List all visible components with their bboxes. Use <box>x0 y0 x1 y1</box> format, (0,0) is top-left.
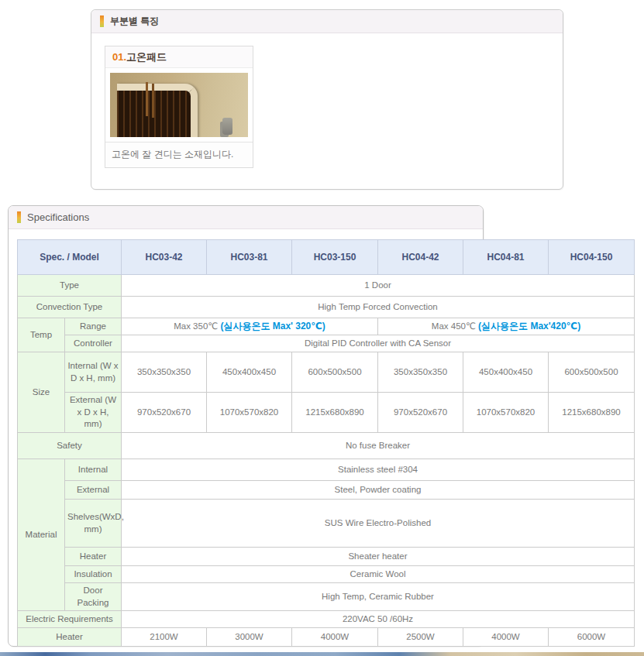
value-size-external-4: 970x520x670 <box>378 393 463 433</box>
row-label-electric: Electric Requirements <box>18 611 122 628</box>
col-header-model-1: HC03-42 <box>122 240 207 275</box>
row-label-type: Type <box>18 275 122 297</box>
value-size-internal-2: 450x400x450 <box>207 352 292 393</box>
value-size-external-1: 970x520x670 <box>122 393 207 433</box>
value-material-heater: Sheater heater <box>122 548 635 566</box>
row-label-material-external: External <box>65 481 122 500</box>
value-size-internal-3: 600x500x500 <box>292 352 378 393</box>
table-row-electric: Electric Requirements 220VAC 50 /60Hz <box>18 611 635 628</box>
value-heater-power-3: 4000W <box>292 628 378 647</box>
feature-name: 고온패드 <box>126 51 167 63</box>
row-label-material-insulation: Insulation <box>65 566 122 583</box>
value-heater-power-2: 3000W <box>207 628 292 647</box>
table-row-header: Spec. / Model HC03-42 HC03-81 HC03-150 H… <box>18 240 635 275</box>
value-safety: No fuse Breaker <box>122 433 635 459</box>
row-label-material: Material <box>18 459 65 611</box>
value-material-shelves: SUS Wire Electro-Polished <box>122 500 635 548</box>
col-header-spec-model: Spec. / Model <box>18 240 122 275</box>
table-row-safety: Safety No fuse Breaker <box>18 433 635 459</box>
col-header-model-5: HC04-81 <box>463 240 549 275</box>
feature-card-title: 01.고온패드 <box>105 46 253 68</box>
door-hinge-detail <box>222 118 232 135</box>
value-temp-range-low: Max 350℃ (실사용온도 Max' 320℃) <box>122 318 378 335</box>
table-row-material-internal: Material Internal Stainless steel #304 <box>18 459 635 481</box>
value-size-external-6: 1215x680x890 <box>549 393 635 433</box>
value-convection: High Temp Forced Convection <box>122 297 635 318</box>
row-label-material-heater: Heater <box>65 548 122 566</box>
table-row-type: Type 1 Door <box>18 275 635 297</box>
row-label-convection: Convection Type <box>18 297 122 318</box>
temp-range-high-note: (실사용온도 Max'420℃) <box>478 321 580 331</box>
footer-banner-edge <box>0 652 644 656</box>
value-temp-range-high: Max 450℃ (실사용온도 Max'420℃) <box>378 318 635 335</box>
value-size-internal-6: 600x500x500 <box>549 352 635 393</box>
value-material-external: Steel, Powder coating <box>122 481 635 500</box>
row-label-heater-power: Heater <box>18 628 122 647</box>
specifications-section-title: Specifications <box>27 211 89 223</box>
table-row-heater-power: Heater 2100W 3000W 4000W 2500W 4000W 600… <box>18 628 635 647</box>
table-row-material-insulation: Insulation Ceramic Wool <box>18 566 635 583</box>
value-size-internal-1: 350x350x350 <box>122 352 207 393</box>
table-row-temp-controller: Controller Digital PID Controller with C… <box>18 335 635 352</box>
row-label-material-shelves: Shelves(WxD, mm) <box>65 500 122 548</box>
row-label-size-external: External (W x D x H, mm) <box>65 393 122 433</box>
row-label-temp-range: Range <box>65 318 122 335</box>
row-label-size: Size <box>18 352 65 433</box>
value-size-external-2: 1070x570x820 <box>207 393 292 433</box>
value-temp-controller: Digital PID Controller with CA Sensor <box>122 335 635 352</box>
table-row-material-external: External Steel, Powder coating <box>18 481 635 500</box>
value-material-internal: Stainless steel #304 <box>122 459 635 481</box>
value-type: 1 Door <box>122 275 635 297</box>
row-label-safety: Safety <box>18 433 122 459</box>
table-row-material-heater: Heater Sheater heater <box>18 548 635 566</box>
oven-interior-with-gasket <box>117 84 198 137</box>
col-header-model-2: HC03-81 <box>207 240 292 275</box>
row-label-size-internal: Internal (W x D x H, mm) <box>65 352 122 393</box>
table-row-convection: Convection Type High Temp Forced Convect… <box>18 297 635 318</box>
temp-range-low-prefix: Max 350℃ <box>174 321 220 331</box>
temp-range-low-note: (실사용온도 Max' 320℃) <box>220 321 325 331</box>
oven-rack-detail <box>146 82 148 116</box>
value-size-internal-5: 450x400x450 <box>463 352 549 393</box>
table-row-size-external: External (W x D x H, mm) 970x520x670 107… <box>18 393 635 433</box>
row-label-material-internal: Internal <box>65 459 122 481</box>
col-header-model-6: HC04-150 <box>549 240 635 275</box>
features-section-title: 부분별 특징 <box>110 15 159 28</box>
value-heater-power-4: 2500W <box>378 628 463 647</box>
feature-photo <box>110 73 248 137</box>
table-row-size-internal: Size Internal (W x D x H, mm) 350x350x35… <box>18 352 635 393</box>
value-heater-power-6: 6000W <box>549 628 635 647</box>
table-row-temp-range: Temp Range Max 350℃ (실사용온도 Max' 320℃) Ma… <box>18 318 635 335</box>
value-electric: 220VAC 50 /60Hz <box>122 611 635 628</box>
table-row-material-shelves: Shelves(WxD, mm) SUS Wire Electro-Polish… <box>18 500 635 548</box>
section-bar-icon <box>17 211 21 223</box>
value-material-insulation: Ceramic Wool <box>122 566 635 583</box>
value-heater-power-1: 2100W <box>122 628 207 647</box>
value-heater-power-5: 4000W <box>463 628 549 647</box>
features-panel-header: 부분별 특징 <box>91 10 563 33</box>
feature-caption: 고온에 잘 견디는 소재입니다. <box>105 142 253 167</box>
row-label-material-door-packing: Door Packing <box>65 583 122 611</box>
temp-range-high-prefix: Max 450℃ <box>432 321 478 331</box>
table-row-material-door-packing: Door Packing High Temp, Ceramic Rubber <box>18 583 635 611</box>
features-panel: 부분별 특징 01.고온패드 고온에 잘 견디는 소재입니다. <box>91 9 563 190</box>
specifications-panel-header: Specifications <box>9 206 483 229</box>
feature-card: 01.고온패드 고온에 잘 견디는 소재입니다. <box>105 46 253 168</box>
value-material-door-packing: High Temp, Ceramic Rubber <box>122 583 635 611</box>
row-label-temp-controller: Controller <box>65 335 122 352</box>
value-size-internal-4: 350x350x350 <box>378 352 463 393</box>
feature-number: 01. <box>112 51 126 63</box>
spec-table: Spec. / Model HC03-42 HC03-81 HC03-150 H… <box>17 239 635 647</box>
value-size-external-3: 1215x680x890 <box>292 393 378 433</box>
row-label-temp: Temp <box>18 318 65 352</box>
col-header-model-3: HC03-150 <box>292 240 378 275</box>
section-bar-icon <box>100 15 104 27</box>
value-size-external-5: 1070x570x820 <box>463 393 549 433</box>
col-header-model-4: HC04-42 <box>378 240 463 275</box>
